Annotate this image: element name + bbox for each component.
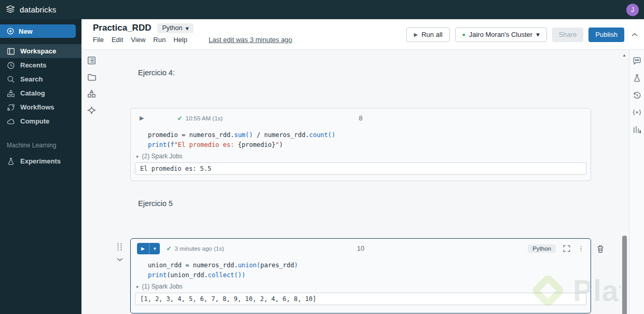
- variables-icon[interactable]: [633, 108, 641, 117]
- run-all-label: Run all: [421, 31, 442, 38]
- scrollbar-thumb[interactable]: [622, 236, 627, 314]
- notebook-left-rail: [81, 50, 102, 314]
- cell-output: El promedio es: 5.5: [135, 162, 586, 175]
- version-history-icon[interactable]: [633, 91, 641, 100]
- visualizations-chart-icon[interactable]: [633, 125, 641, 134]
- cell-output: [1, 2, 3, 4, 5, 6, 7, 8, 9, 10, 2, 4, 6,…: [135, 293, 586, 305]
- sidebar-item-label: Search: [20, 75, 43, 83]
- folder-icon[interactable]: [87, 73, 96, 81]
- share-label: Share: [559, 31, 577, 38]
- notebook-right-rail: [629, 50, 644, 314]
- last-edit-link[interactable]: Last edit was 3 minutes ago: [209, 36, 292, 44]
- sidebar-item-search[interactable]: Search: [0, 72, 81, 86]
- assistant-sparkle-icon[interactable]: [87, 106, 96, 115]
- cloud-icon: [7, 117, 15, 126]
- notebook-language-selector[interactable]: Python ▾: [157, 23, 193, 33]
- left-sidebar: New Workspace Recents: [0, 19, 81, 314]
- beaker-icon: [7, 157, 15, 166]
- code-editor[interactable]: promedio = numeros_rdd.sum() / numeros_r…: [131, 128, 591, 152]
- sidebar-item-catalog[interactable]: Catalog: [0, 86, 81, 100]
- sidebar-item-label: Workflows: [20, 103, 54, 111]
- spark-jobs-label: (1) Spark Jobs: [142, 283, 183, 290]
- new-button-label: New: [19, 28, 33, 35]
- cell-run-timestamp: 3 minutes ago (1s): [175, 245, 224, 252]
- code-line: print(union_rdd.collect()): [148, 270, 584, 280]
- drag-handle-icon[interactable]: [117, 242, 122, 251]
- chevron-down-icon: ▾: [185, 24, 188, 32]
- language-label: Python: [162, 24, 182, 32]
- expand-fullscreen-icon[interactable]: [563, 245, 570, 252]
- comments-icon[interactable]: [633, 57, 641, 65]
- chevron-down-icon: ▾: [149, 243, 160, 254]
- cell-header: ▶ ✓ 10:55 AM (1s) 8: [131, 108, 591, 128]
- sidebar-item-label: Recents: [20, 61, 47, 69]
- clock-icon: [7, 61, 15, 70]
- run-cell-button[interactable]: ▶: [140, 115, 144, 121]
- databricks-app: databricks J New Workspace: [0, 0, 644, 314]
- sidebar-item-label: Compute: [20, 117, 49, 125]
- sidebar-item-workflows[interactable]: Workflows: [0, 100, 81, 114]
- chevron-up-icon: [632, 33, 638, 37]
- cell-language-badge[interactable]: Python: [528, 244, 556, 253]
- sidebar-item-recents[interactable]: Recents: [0, 58, 81, 72]
- play-icon: ▶: [137, 243, 149, 254]
- spark-jobs-expander[interactable]: ▸ (2) Spark Jobs: [131, 152, 591, 162]
- logo-text: databricks: [20, 5, 56, 14]
- spark-jobs-expander[interactable]: ▸ (1) Spark Jobs: [131, 282, 591, 293]
- run-all-button[interactable]: ▶ Run all: [406, 28, 449, 42]
- menu-edit[interactable]: Edit: [112, 36, 123, 44]
- play-icon: ▶: [414, 32, 418, 37]
- databricks-logo: databricks: [5, 5, 56, 15]
- table-of-contents-icon[interactable]: [87, 56, 96, 65]
- success-check-icon: ✓: [177, 115, 182, 122]
- cell-menu-kebab-icon[interactable]: ⋮: [578, 244, 584, 252]
- cell-run-timestamp: 10:55 AM (1s): [186, 115, 223, 121]
- schema-browser-icon[interactable]: [87, 89, 96, 98]
- sidebar-item-label: Catalog: [20, 89, 45, 97]
- sidebar-item-compute[interactable]: Compute: [0, 114, 81, 128]
- publish-label: Publish: [595, 31, 618, 38]
- publish-button[interactable]: Publish: [588, 28, 624, 42]
- scroll-up-arrow-icon[interactable]: ▲: [622, 53, 626, 58]
- code-line: promedio = numeros_rdd.sum() / numeros_r…: [148, 130, 584, 140]
- plus-circle-icon: [7, 28, 14, 35]
- catalog-icon: [7, 89, 15, 98]
- code-line: union_rdd = numeros_rdd.union(pares_rdd): [148, 261, 584, 270]
- triangle-right-icon: ▸: [136, 154, 139, 159]
- sidebar-item-label: Experiments: [20, 157, 61, 165]
- run-cell-split-button[interactable]: ▶ ▾: [137, 243, 160, 254]
- workflows-icon: [7, 103, 15, 112]
- collapse-header-button[interactable]: [632, 33, 638, 37]
- success-check-icon: ✓: [166, 245, 171, 252]
- share-button[interactable]: Share: [552, 28, 584, 42]
- sidebar-item-label: Workspace: [20, 47, 56, 55]
- triangle-right-icon: ▸: [136, 284, 139, 289]
- cluster-status-icon: ●: [462, 32, 465, 37]
- delete-cell-trash-icon[interactable]: [596, 244, 605, 253]
- menu-help[interactable]: Help: [173, 36, 187, 44]
- markdown-heading-ejercicio-4[interactable]: Ejercicio 4:: [138, 69, 175, 77]
- cluster-selector[interactable]: ● Jairo Moran's Cluster ▾: [455, 28, 547, 42]
- code-editor[interactable]: union_rdd = numeros_rdd.union(pares_rdd)…: [131, 258, 591, 282]
- code-cell-8: ▶ ✓ 10:55 AM (1s) 8 promedio = numeros_r…: [130, 108, 591, 181]
- new-button[interactable]: New: [0, 24, 76, 38]
- sidebar-section-machine-learning: Machine Learning: [0, 142, 81, 149]
- menu-run[interactable]: Run: [153, 36, 166, 44]
- workspace-icon: [7, 47, 15, 56]
- notebook-title[interactable]: Practica_RDD: [93, 23, 151, 33]
- menu-view[interactable]: View: [131, 36, 145, 44]
- notebook-header: Practica_RDD Python ▾ File Edit View Run…: [81, 19, 644, 50]
- databricks-logo-icon: [5, 5, 16, 15]
- sidebar-item-experiments[interactable]: Experiments: [0, 154, 81, 168]
- code-cell-10: ▶ ▾ ✓ 3 minutes ago (1s) 10 Python: [130, 238, 591, 313]
- experiments-beaker-icon[interactable]: [633, 74, 641, 83]
- menu-file[interactable]: File: [93, 36, 104, 44]
- user-avatar[interactable]: J: [626, 4, 639, 16]
- sidebar-item-workspace[interactable]: Workspace: [0, 44, 81, 58]
- notebook-content: Ejercicio 4: ▶ ✓ 10:55 AM (1s) 8 p: [102, 50, 621, 314]
- search-icon: [7, 75, 15, 84]
- chevron-down-icon: ▾: [536, 31, 540, 38]
- markdown-heading-ejercicio-5[interactable]: Ejercicio 5: [138, 199, 173, 208]
- collapse-cell-chevron-icon[interactable]: [117, 257, 123, 262]
- spark-jobs-label: (2) Spark Jobs: [142, 153, 183, 160]
